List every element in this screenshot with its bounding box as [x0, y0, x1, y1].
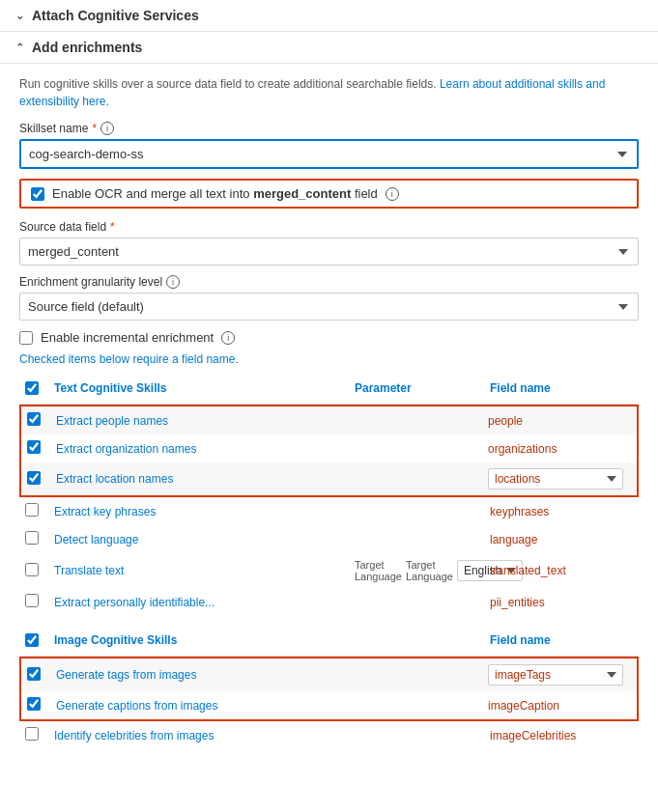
- highlighted-text-skills-block: Extract people names people Extract orga…: [19, 405, 639, 497]
- extract-keyphrases-checkbox[interactable]: [25, 503, 39, 517]
- text-skills-field-col: Field name: [484, 379, 639, 400]
- ocr-container: Enable OCR and merge all text into merge…: [19, 179, 639, 209]
- skill-name: Generate tags from images: [50, 665, 347, 685]
- extract-location-checkbox[interactable]: [27, 471, 41, 485]
- detect-language-checkbox[interactable]: [25, 531, 39, 545]
- image-skills-header-checkbox[interactable]: [25, 633, 39, 647]
- skill-name: Identify celebrities from images: [48, 726, 349, 745]
- image-skills-field-col: Field name: [484, 631, 639, 652]
- skill-param: [347, 446, 482, 452]
- skill-param: [347, 703, 482, 709]
- info-text: Run cognitive skills over a source data …: [19, 75, 639, 110]
- text-skills-header-checkbox[interactable]: [25, 381, 39, 395]
- image-skills-table: Image Cognitive Skills Field name Genera…: [19, 628, 639, 749]
- skill-field: imageTags: [482, 661, 637, 688]
- extract-org-checkbox[interactable]: [27, 440, 41, 454]
- enrichments-title: Add enrichments: [32, 40, 142, 55]
- skillset-select[interactable]: cog-search-demo-ss: [19, 139, 639, 169]
- extract-people-checkbox[interactable]: [27, 412, 41, 426]
- chevron-up-icon: ⌃: [15, 42, 24, 54]
- text-skills-param-col: Parameter: [349, 379, 484, 400]
- ocr-checkbox[interactable]: [31, 187, 44, 201]
- skill-field: language: [484, 530, 639, 549]
- skillset-label: Skillset name * i: [19, 122, 639, 135]
- location-field-dropdown[interactable]: locations: [488, 468, 623, 490]
- table-row: Generate tags from images imageTags: [21, 658, 637, 691]
- ocr-info-icon[interactable]: i: [386, 187, 399, 201]
- skill-param: Target Language Target Language English: [349, 556, 484, 585]
- table-row: Identify celebrities from images imageCe…: [19, 721, 639, 749]
- ocr-label: Enable OCR and merge all text into merge…: [52, 186, 378, 201]
- skill-field: imageCelebrities: [484, 726, 639, 745]
- incremental-label: Enable incremental enrichment: [41, 330, 214, 345]
- skill-field: keyphrases: [484, 502, 639, 521]
- image-skills-param-col: [349, 631, 484, 652]
- image-skills-check-col: [19, 631, 48, 652]
- skill-name: Extract organization names: [50, 439, 347, 459]
- skill-param: [347, 418, 482, 424]
- table-row: Extract key phrases keyphrases: [19, 497, 639, 525]
- highlighted-image-skills-block: Generate tags from images imageTags Gene…: [19, 657, 639, 721]
- add-enrichments-header[interactable]: ⌃ Add enrichments: [0, 32, 658, 64]
- attach-cognitive-services-header[interactable]: ⌄ Attach Cognitive Services: [0, 0, 658, 32]
- extract-pii-checkbox[interactable]: [25, 594, 39, 607]
- attach-title: Attach Cognitive Services: [32, 8, 199, 23]
- skill-param: [347, 672, 482, 678]
- text-skills-header: Text Cognitive Skills Parameter Field na…: [19, 376, 639, 405]
- skill-field: translated_text: [484, 561, 639, 580]
- skill-param: [349, 509, 484, 515]
- skill-name: Extract people names: [50, 411, 347, 431]
- skill-field: locations: [482, 465, 637, 492]
- skill-param: [349, 537, 484, 543]
- skill-name: Translate text: [48, 561, 349, 580]
- source-data-select[interactable]: merged_content: [19, 238, 639, 266]
- skill-field: pii_entities: [484, 593, 639, 612]
- enrichment-granularity-info-icon[interactable]: i: [166, 275, 180, 289]
- image-tags-field-dropdown[interactable]: imageTags: [488, 664, 623, 686]
- incremental-info-icon[interactable]: i: [221, 331, 235, 345]
- skill-field: organizations: [482, 439, 637, 459]
- skill-name: Extract key phrases: [48, 502, 349, 521]
- skill-name: Extract personally identifiable...: [48, 593, 349, 612]
- skill-field: people: [482, 411, 637, 431]
- table-row: Detect language language: [19, 525, 639, 553]
- table-row: Translate text Target Language Target La…: [19, 553, 639, 588]
- table-row: Generate captions from images imageCapti…: [21, 691, 637, 719]
- checked-items-note: Checked items below require a field name…: [19, 352, 639, 366]
- text-skills-table: Text Cognitive Skills Parameter Field na…: [19, 376, 639, 616]
- skill-param: [349, 600, 484, 605]
- identify-celebrities-checkbox[interactable]: [25, 727, 39, 741]
- skill-field: imageCaption: [482, 696, 637, 715]
- skill-name: Detect language: [48, 530, 349, 549]
- table-row: Extract organization names organizations: [21, 434, 637, 462]
- text-skills-name-col: Text Cognitive Skills: [48, 379, 349, 400]
- incremental-checkbox[interactable]: [19, 331, 33, 345]
- source-data-label: Source data field *: [19, 220, 639, 234]
- translate-text-checkbox[interactable]: [25, 563, 39, 576]
- enrichment-granularity-select[interactable]: Source field (default): [19, 293, 639, 321]
- skillset-info-icon[interactable]: i: [100, 122, 114, 135]
- table-row: Extract people names people: [21, 406, 637, 434]
- skill-name: Generate captions from images: [50, 696, 347, 715]
- gen-captions-checkbox[interactable]: [27, 697, 41, 711]
- skill-param: [349, 733, 484, 739]
- chevron-down-icon: ⌄: [15, 10, 24, 22]
- image-skills-name-col: Image Cognitive Skills: [48, 631, 349, 652]
- text-skills-check-col: [19, 379, 48, 400]
- table-row: Extract location names locations: [21, 462, 637, 495]
- skill-name: Extract location names: [50, 469, 347, 489]
- skill-param: [347, 476, 482, 482]
- enrichment-granularity-label: Enrichment granularity level i: [19, 275, 639, 289]
- incremental-row: Enable incremental enrichment i: [19, 330, 639, 345]
- table-row: Extract personally identifiable... pii_e…: [19, 588, 639, 616]
- gen-tags-checkbox[interactable]: [27, 667, 41, 681]
- image-skills-header: Image Cognitive Skills Field name: [19, 628, 639, 657]
